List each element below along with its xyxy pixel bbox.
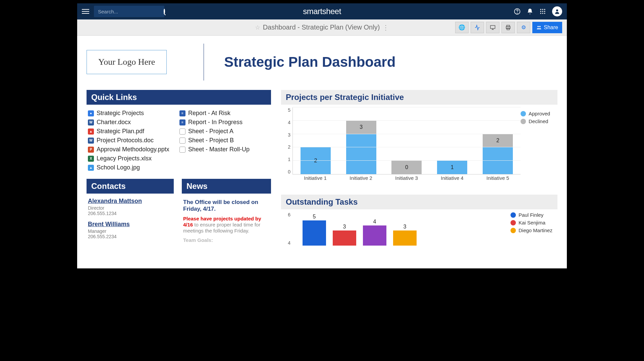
bar-value-label: 4: [373, 219, 376, 225]
svg-point-10: [544, 13, 545, 14]
chart2-header: Outstanding Tasks: [281, 195, 557, 209]
present-button[interactable]: [486, 22, 499, 33]
bar-declined: 3: [346, 120, 376, 134]
document-title: Dashboard - Strategic Plan (View Only): [263, 23, 380, 31]
chart1-header: Projects per Strategic Initiative: [281, 90, 557, 105]
activity-button[interactable]: [471, 22, 484, 33]
quick-link-label: School Logo.jpg: [97, 164, 140, 171]
main-grid: Quick Links ●Strategic ProjectsWCharter.…: [87, 90, 557, 246]
right-column: Projects per Strategic Initiative 012345…: [281, 90, 557, 246]
search-input[interactable]: [98, 9, 162, 14]
bar-approved: [346, 134, 376, 174]
legend-item: Declined: [521, 118, 557, 124]
contact-item: Brent WilliamsManager206.555.2234: [88, 221, 174, 239]
help-icon[interactable]: [514, 8, 521, 15]
svg-point-6: [542, 11, 543, 12]
chart2-bars: 5343: [292, 212, 511, 246]
apps-icon[interactable]: [539, 8, 546, 15]
bar-approved: 1: [437, 161, 467, 174]
page-title: Strategic Plan Dashboard: [224, 54, 395, 70]
news-rest: to ensure proper lead time for meetings …: [183, 222, 260, 234]
search-box[interactable]: [94, 6, 164, 17]
menu-icon[interactable]: [82, 8, 89, 15]
news-panel: News The Office will be closed on Friday…: [182, 179, 271, 244]
file-icon: [179, 138, 185, 144]
document-title-area: ☆ Dashboard - Strategic Plan (View Only)…: [255, 23, 389, 32]
star-icon[interactable]: ☆: [255, 24, 260, 31]
legend-dot: [521, 119, 526, 124]
quick-link-item[interactable]: ▲Strategic Plan.pdf: [88, 127, 179, 136]
dashboard-content: Your Logo Here Strategic Plan Dashboard …: [77, 36, 567, 254]
legend-label: Paul Finley: [519, 212, 543, 218]
legend-item: Approved: [521, 111, 557, 116]
quick-link-item[interactable]: Sheet - Master Roll-Up: [179, 145, 271, 154]
file-icon: W: [88, 138, 94, 144]
chart1-xlabels: Initiative 1Initiative 2Initiative 3Init…: [292, 175, 521, 185]
contact-phone: 206.555.2234: [88, 234, 174, 239]
svg-point-8: [540, 13, 541, 14]
xlabel: Initiative 2: [346, 175, 376, 185]
contacts-header: Contacts: [87, 179, 174, 194]
quick-link-item[interactable]: Sheet - Project A: [179, 127, 271, 136]
quick-link-item[interactable]: XLegacy Projects.xlsx: [88, 154, 179, 163]
file-icon: P: [88, 147, 94, 153]
quick-link-item[interactable]: WProject Protocols.doc: [88, 136, 179, 145]
quick-link-label: Sheet - Project A: [188, 128, 233, 135]
avatar[interactable]: [552, 6, 562, 16]
quick-link-item[interactable]: WCharter.docx: [88, 118, 179, 127]
svg-point-7: [544, 11, 545, 12]
quick-link-item[interactable]: ▲School Logo.jpg: [88, 163, 179, 172]
share-button[interactable]: Share: [532, 22, 562, 33]
app-window: smartsheet ☆ Dashboard - Strategic Plan …: [74, 0, 570, 272]
legend-label: Kai Senjima: [519, 220, 545, 225]
file-icon: X: [88, 156, 94, 162]
file-icon: W: [88, 119, 94, 125]
quick-link-item[interactable]: ≡Report - In Progress: [179, 118, 271, 127]
chart1-bars: 23012: [293, 107, 521, 174]
legend-dot: [511, 220, 516, 225]
contacts-panel: Contacts Alexandra MattsonDirector206.55…: [87, 179, 174, 244]
topbar-right: [514, 6, 562, 16]
xlabel: Initiative 3: [391, 175, 422, 185]
bar-rect: [393, 230, 417, 246]
bar-rect: [333, 230, 356, 246]
chart2-legend: Paul FinleyKai SenjimaDiego Martinez: [511, 212, 557, 235]
bar: 3: [333, 224, 356, 246]
legend-dot: [521, 111, 526, 116]
left-column: Quick Links ●Strategic ProjectsWCharter.…: [87, 90, 271, 246]
quick-link-item[interactable]: Sheet - Project B: [179, 136, 271, 145]
more-icon[interactable]: ⋮: [382, 23, 389, 32]
chart2-wrap: 64 5343 Paul FinleyKai SenjimaDiego Mart…: [281, 212, 557, 246]
svg-point-5: [540, 11, 541, 12]
chart1-legend: ApprovedDeclined: [521, 107, 557, 185]
quick-link-item[interactable]: ≡Report - At Risk: [179, 109, 271, 118]
quick-link-label: Approval Methodology.pptx: [97, 146, 169, 153]
file-icon: ●: [88, 110, 94, 116]
quick-link-label: Sheet - Master Roll-Up: [188, 146, 250, 153]
quick-link-item[interactable]: ●Strategic Projects: [88, 109, 179, 118]
divider: [204, 44, 204, 81]
bar-group: 0: [391, 161, 422, 174]
legend-dot: [511, 212, 516, 218]
news-headline: The Office will be closed on Friday, 4/1…: [183, 199, 270, 212]
brand-logo: smartsheet: [303, 7, 341, 16]
news-detail: Please have projects updated by 4/16 to …: [183, 216, 270, 234]
contact-name[interactable]: Alexandra Mattson: [88, 198, 174, 205]
globe-button[interactable]: 🌐: [455, 22, 469, 33]
legend-item: Kai Senjima: [511, 220, 557, 225]
quick-link-label: Charter.docx: [97, 119, 131, 126]
search-icon[interactable]: [164, 9, 165, 14]
bar-declined: 0: [391, 161, 422, 174]
quick-link-item[interactable]: PApproval Methodology.pptx: [88, 145, 179, 154]
svg-point-16: [538, 26, 539, 27]
news-body: The Office will be closed on Friday, 4/1…: [182, 198, 271, 244]
contact-name[interactable]: Brent Williams: [88, 221, 174, 228]
xlabel: Initiative 4: [437, 175, 467, 185]
file-icon: [179, 147, 185, 153]
svg-point-4: [544, 9, 545, 10]
print-button[interactable]: [501, 22, 515, 33]
quick-link-label: Project Protocols.doc: [97, 137, 154, 144]
settings-button[interactable]: ⚙: [517, 22, 530, 33]
file-icon: [179, 128, 185, 135]
bell-icon[interactable]: [527, 8, 533, 15]
